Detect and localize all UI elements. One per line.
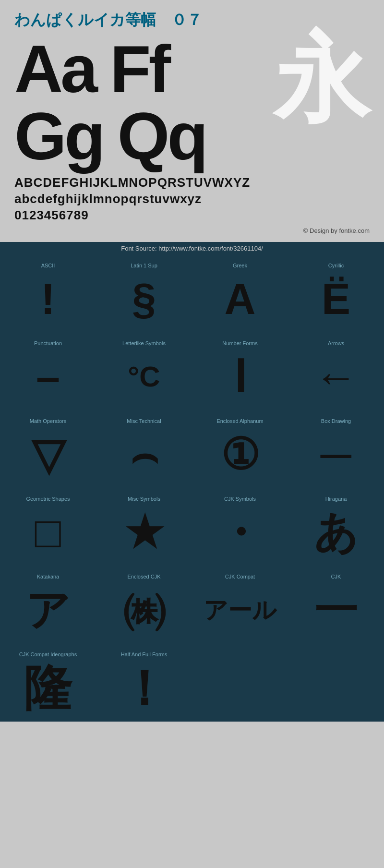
cell-label-0: ASCII	[41, 263, 55, 270]
cell-glyph-10: ①	[221, 431, 260, 479]
grid-cell-9[interactable]: Misc Technical⌢	[96, 410, 192, 488]
cell-glyph-8: ▽	[32, 431, 65, 479]
grid-cell-12[interactable]: Geometric Shapes□	[0, 488, 96, 566]
kanji-character: 永	[274, 31, 370, 127]
design-credit: © Design by fontke.com	[14, 227, 370, 237]
cell-label-5: Letterlike Symbols	[122, 340, 166, 348]
cell-glyph-18: アール	[204, 586, 276, 634]
grid-section: ASCII!Latin 1 Sup§GreekΑCyrillicËPunctua…	[0, 255, 384, 722]
cell-glyph-14: ・	[218, 508, 262, 556]
grid-cell-21[interactable]: Half And Full Forms！	[96, 644, 192, 722]
cell-label-11: Box Drawing	[321, 418, 351, 426]
cell-label-21: Half And Full Forms	[121, 651, 168, 659]
cell-label-20: CJK Compat Ideographs	[19, 651, 77, 659]
cell-glyph-6: Ⅰ	[234, 353, 247, 401]
grid-cell-8[interactable]: Math Operators▽	[0, 410, 96, 488]
cell-label-8: Math Operators	[30, 418, 66, 426]
grid-cell-6[interactable]: Number FormsⅠ	[192, 333, 288, 410]
cell-glyph-13: ★	[125, 508, 164, 556]
grid-cell-2[interactable]: GreekΑ	[192, 255, 288, 333]
grid-cell-3[interactable]: CyrillicË	[288, 255, 384, 333]
grid-cell-19[interactable]: CJK一	[288, 566, 384, 644]
cell-glyph-15: あ	[314, 508, 358, 556]
cell-glyph-4: –	[36, 353, 60, 401]
alphabet-section: ABCDEFGHIJKLMNOPQRSTUVWXYZ abcdefghijklm…	[14, 175, 370, 223]
cell-label-12: Geometric Shapes	[26, 496, 70, 504]
grid-cell-4[interactable]: Punctuation–	[0, 333, 96, 410]
big-pair-1: Aa Ff	[14, 36, 206, 103]
cell-label-13: Misc Symbols	[128, 496, 160, 504]
cell-label-2: Greek	[233, 263, 247, 270]
grid-cell-18[interactable]: CJK Compatアール	[192, 566, 288, 644]
cell-label-18: CJK Compat	[225, 574, 255, 581]
cell-glyph-19: 一	[314, 586, 358, 634]
cell-label-7: Arrows	[328, 340, 344, 348]
digits-row: 0123456789	[14, 207, 370, 224]
cell-label-15: Hiragana	[325, 496, 347, 504]
cell-label-3: Cyrillic	[328, 263, 344, 270]
grid-cell-7[interactable]: Arrows←	[288, 333, 384, 410]
preview-section: わんぱくルイカ等幅 ０７ Aa Ff Gg Qq 永 ABCDEFGHIJKLM…	[0, 0, 384, 242]
lowercase-row: abcdefghijklmnopqrstuvwxyz	[14, 191, 370, 207]
cell-glyph-1: §	[132, 275, 156, 323]
cell-glyph-5: °C	[128, 353, 160, 401]
cell-label-14: CJK Symbols	[224, 496, 256, 504]
big-letters-left: Aa Ff Gg Qq	[14, 36, 206, 170]
cell-label-17: Enclosed CJK	[127, 574, 160, 581]
cell-glyph-2: Α	[225, 275, 256, 323]
cell-glyph-9: ⌢	[130, 431, 158, 479]
big-letter-aa: Aa	[14, 36, 96, 103]
grid-cell-10[interactable]: Enclosed Alphanum①	[192, 410, 288, 488]
cell-label-1: Latin 1 Sup	[131, 263, 157, 270]
big-pair-2: Gg Qq	[14, 103, 206, 170]
grid-cell-15[interactable]: Hiraganaあ	[288, 488, 384, 566]
cell-glyph-17: ㈱	[122, 586, 166, 634]
grid-cell-5[interactable]: Letterlike Symbols°C	[96, 333, 192, 410]
big-letter-qq: Qq	[117, 103, 205, 170]
grid-cell-11[interactable]: Box Drawing─	[288, 410, 384, 488]
big-letter-gg: Gg	[14, 103, 103, 170]
glyph-grid: ASCII!Latin 1 Sup§GreekΑCyrillicËPunctua…	[0, 255, 384, 722]
cell-label-4: Punctuation	[34, 340, 62, 348]
grid-cell-14[interactable]: CJK Symbols・	[192, 488, 288, 566]
cell-label-6: Number Forms	[222, 340, 257, 348]
grid-cell-17[interactable]: Enclosed CJK㈱	[96, 566, 192, 644]
cell-glyph-20: 隆	[24, 664, 72, 712]
grid-cell-13[interactable]: Misc Symbols★	[96, 488, 192, 566]
uppercase-row: ABCDEFGHIJKLMNOPQRSTUVWXYZ	[14, 175, 370, 191]
cell-glyph-11: ─	[321, 431, 351, 479]
cell-label-16: Katakana	[37, 574, 59, 581]
cell-glyph-16: ア	[26, 586, 70, 634]
big-letter-ff: Ff	[110, 36, 168, 103]
cell-glyph-7: ←	[314, 353, 358, 401]
source-bar: Font Source: http://www.fontke.com/font/…	[0, 242, 384, 255]
cell-label-9: Misc Technical	[127, 418, 161, 426]
grid-cell-1[interactable]: Latin 1 Sup§	[96, 255, 192, 333]
grid-cell-20[interactable]: CJK Compat Ideographs隆	[0, 644, 96, 722]
big-letters: Aa Ff Gg Qq 永	[14, 36, 370, 170]
cell-glyph-3: Ë	[322, 275, 350, 323]
cell-glyph-21: ！	[120, 664, 168, 712]
cell-glyph-0: !	[41, 275, 55, 323]
cell-label-10: Enclosed Alphanum	[216, 418, 263, 426]
cell-glyph-12: □	[35, 508, 61, 556]
grid-cell-0[interactable]: ASCII!	[0, 255, 96, 333]
cell-label-19: CJK	[331, 574, 341, 581]
grid-cell-16[interactable]: Katakanaア	[0, 566, 96, 644]
